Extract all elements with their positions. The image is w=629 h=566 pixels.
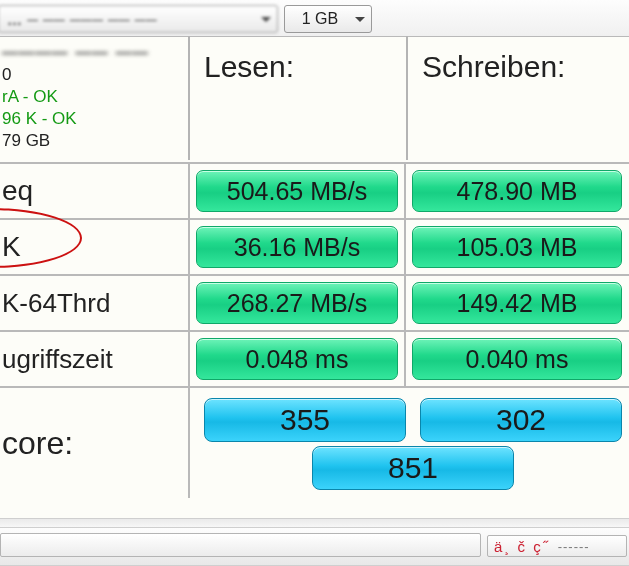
cell-4k-read: 36.16 MB/s bbox=[188, 220, 404, 274]
status-dash: ------ bbox=[558, 539, 590, 554]
score-read: 355 bbox=[204, 398, 406, 442]
row-label-4k: K bbox=[0, 220, 188, 274]
value-access-read: 0.048 ms bbox=[196, 338, 398, 380]
cell-4k64-write: 149.42 MB bbox=[404, 276, 628, 330]
drive-model: ──── ── ── bbox=[2, 42, 184, 64]
score-write: 302 bbox=[420, 398, 622, 442]
row-label-4k64: K-64Thrd bbox=[0, 276, 188, 330]
cell-access-write: 0.040 ms bbox=[404, 332, 628, 386]
score-cell: 355 302 851 bbox=[188, 388, 629, 498]
value-seq-read: 504.65 MB/s bbox=[196, 170, 398, 212]
value-4k64-write: 149.42 MB bbox=[412, 282, 622, 324]
score-total: 851 bbox=[312, 446, 514, 490]
test-size-label: 1 GB bbox=[302, 10, 338, 28]
status-bar: ä¸ č ç˝ ------ bbox=[0, 527, 629, 565]
row-label-access: ugriffszeit bbox=[0, 332, 188, 386]
drive-capacity: 79 GB bbox=[2, 130, 184, 152]
status-red-text: ä¸ č ç˝ bbox=[494, 538, 550, 555]
drive-firmware: 0 bbox=[2, 64, 184, 86]
column-header-read: Lesen: bbox=[188, 36, 404, 160]
value-4k-write: 105.03 MB bbox=[412, 226, 622, 268]
drive-select-label: … ─ ── ─── ── ── bbox=[7, 11, 157, 28]
row-label-seq: eq bbox=[0, 164, 188, 218]
row-4k64: K-64Thrd 268.27 MB/s 149.42 MB bbox=[0, 274, 629, 330]
cell-seq-read: 504.65 MB/s bbox=[188, 164, 404, 218]
drive-select-dropdown[interactable]: … ─ ── ─── ── ── bbox=[0, 5, 278, 33]
toolbar: … ─ ── ─── ── ── 1 GB bbox=[0, 0, 629, 37]
separator-strip bbox=[0, 518, 629, 527]
cell-4k-write: 105.03 MB bbox=[404, 220, 628, 274]
cell-seq-write: 478.90 MB bbox=[404, 164, 628, 218]
status-segment-1 bbox=[0, 533, 481, 557]
drive-status-b: 96 K - OK bbox=[2, 108, 184, 130]
value-4k64-read: 268.27 MB/s bbox=[196, 282, 398, 324]
test-size-dropdown[interactable]: 1 GB bbox=[284, 5, 372, 33]
row-label-score: core: bbox=[0, 388, 188, 498]
result-rows: eq 504.65 MB/s 478.90 MB K 36.16 MB/s 10… bbox=[0, 162, 629, 498]
value-4k-read: 36.16 MB/s bbox=[196, 226, 398, 268]
cell-access-read: 0.048 ms bbox=[188, 332, 404, 386]
value-access-write: 0.040 ms bbox=[412, 338, 622, 380]
drive-info-panel: ──── ── ── 0 rA - OK 96 K - OK 79 GB bbox=[0, 36, 188, 160]
cell-4k64-read: 268.27 MB/s bbox=[188, 276, 404, 330]
row-4k: K 36.16 MB/s 105.03 MB bbox=[0, 218, 629, 274]
column-header-write: Schreiben: bbox=[406, 36, 629, 160]
drive-status-a: rA - OK bbox=[2, 86, 184, 108]
status-segment-2: ä¸ č ç˝ ------ bbox=[487, 535, 627, 557]
row-score: core: 355 302 851 bbox=[0, 386, 629, 498]
row-seq: eq 504.65 MB/s 478.90 MB bbox=[0, 162, 629, 218]
row-access: ugriffszeit 0.048 ms 0.040 ms bbox=[0, 330, 629, 386]
benchmark-window: … ─ ── ─── ── ── 1 GB ──── ── ── 0 rA - … bbox=[0, 0, 629, 566]
value-seq-write: 478.90 MB bbox=[412, 170, 622, 212]
